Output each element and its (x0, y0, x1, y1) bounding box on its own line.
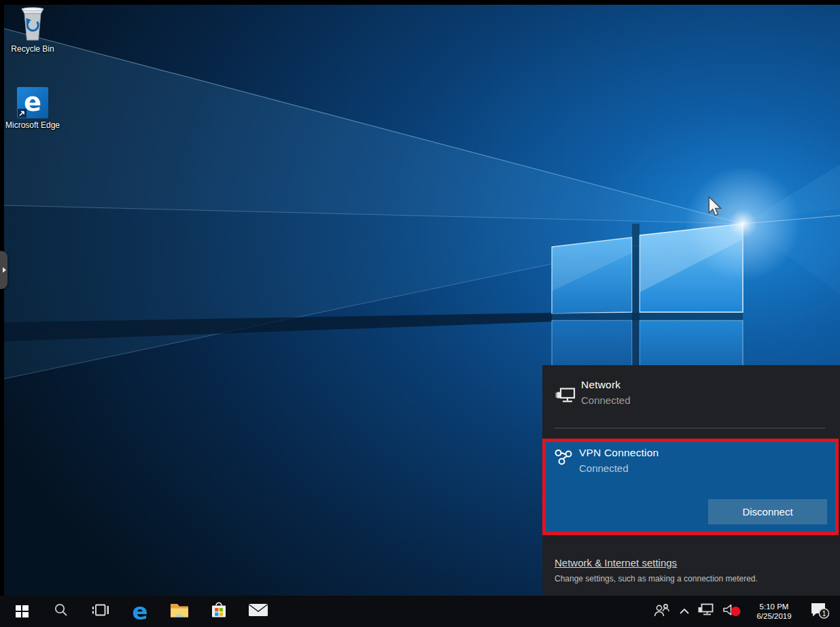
mail-icon (248, 603, 268, 620)
ethernet-icon (555, 386, 577, 408)
edge-icon: e (132, 600, 147, 623)
store-icon (210, 601, 228, 622)
action-center-icon: 1 (808, 600, 830, 622)
network-tray-icon (697, 603, 715, 620)
desktop-icon-label: Recycle Bin (3, 44, 62, 54)
vpn-title: VPN Connection (579, 447, 659, 459)
clock-date: 6/25/2019 (756, 611, 791, 621)
recycle-bin-icon (3, 7, 62, 42)
network-status: Connected (581, 394, 631, 406)
action-center-button[interactable]: 1 (801, 596, 837, 627)
clock[interactable]: 5:10 PM 6/25/2019 (748, 596, 801, 627)
notification-count-badge: 1 (822, 610, 826, 617)
network-tray-button[interactable] (695, 596, 718, 627)
desktop-icon-microsoft-edge[interactable]: e Microsoft Edge (3, 83, 62, 130)
shortcut-arrow-icon (18, 109, 27, 118)
network-title: Network (581, 379, 631, 391)
show-hidden-icons-button[interactable] (674, 596, 695, 627)
folder-icon (169, 602, 190, 621)
side-panel-handle[interactable] (0, 251, 7, 289)
search-button[interactable] (45, 596, 77, 627)
desktop-icon-label: Microsoft Edge (3, 120, 62, 130)
file-explorer-button[interactable] (163, 596, 196, 627)
task-view-icon (92, 603, 109, 620)
arrow-right-icon (3, 267, 6, 273)
mail-button[interactable] (242, 596, 275, 627)
edge-taskbar-button[interactable]: e (124, 596, 156, 627)
people-icon (653, 603, 669, 620)
task-view-button[interactable] (84, 596, 117, 627)
network-flyout: Network Connected VPN Connection (542, 365, 840, 596)
vpn-item[interactable]: VPN Connection Connected Disconnect (546, 442, 835, 532)
clock-time: 5:10 PM (756, 602, 791, 611)
people-button[interactable] (648, 596, 674, 627)
store-button[interactable] (203, 596, 235, 627)
network-internet-settings-link[interactable]: Network & Internet settings (555, 557, 677, 569)
disconnect-button[interactable]: Disconnect (708, 499, 827, 524)
vpn-icon (554, 448, 574, 470)
edge-logo-icon: e (3, 83, 62, 118)
volume-icon (722, 602, 743, 621)
search-icon (53, 602, 69, 621)
desktop-icon-recycle-bin[interactable]: Recycle Bin (3, 7, 62, 54)
vpn-status: Connected (579, 462, 659, 474)
annotation-red-box: VPN Connection Connected Disconnect (542, 439, 839, 535)
chevron-up-icon (679, 605, 690, 617)
settings-description: Change settings, such as making a connec… (555, 574, 758, 583)
windows-desktop-screen: Recycle Bin e Microsoft Edge (0, 0, 840, 627)
windows-logo-icon (16, 605, 29, 617)
volume-button[interactable] (718, 596, 748, 627)
start-button[interactable] (5, 596, 38, 627)
taskbar: e (0, 596, 840, 627)
flyout-divider (555, 428, 825, 428)
network-item[interactable]: Network Connected (542, 365, 840, 428)
volume-alert-badge (731, 607, 741, 616)
